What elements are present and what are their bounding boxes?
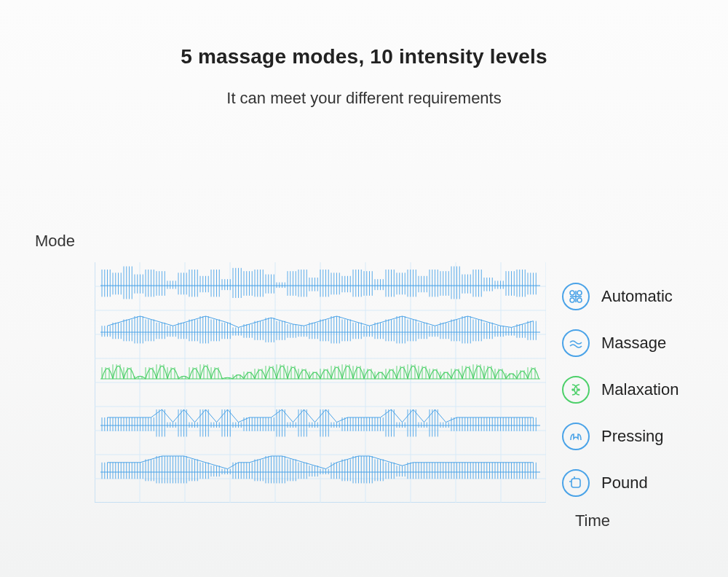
x-axis-label: Time xyxy=(575,511,610,530)
legend-row-pound: Pound xyxy=(562,462,678,504)
svg-point-793 xyxy=(578,389,579,390)
y-axis-label: Mode xyxy=(35,232,75,251)
malaxation-icon xyxy=(562,376,590,404)
pound-icon xyxy=(562,469,590,497)
svg-rect-794 xyxy=(571,479,580,487)
legend-row-automatic: Automatic xyxy=(562,275,678,318)
pressing-icon xyxy=(562,423,590,450)
legend-label: Pound xyxy=(601,474,648,492)
legend-label: Massage xyxy=(601,334,666,353)
legend-label: Pressing xyxy=(601,427,664,446)
legend-label: Automatic xyxy=(601,287,673,306)
waveform-plot xyxy=(95,262,546,503)
legend: Automatic Massage Malaxation Pressing Po… xyxy=(562,275,678,509)
page-title: 5 massage modes, 10 intensity levels xyxy=(0,0,728,68)
svg-point-788 xyxy=(570,298,574,302)
waveforms xyxy=(95,262,546,503)
page-subtitle: It can meet your different requirements xyxy=(0,89,728,108)
legend-row-pressing: Pressing xyxy=(562,415,678,458)
svg-point-792 xyxy=(572,389,574,390)
automatic-icon xyxy=(562,283,590,310)
legend-label: Malaxation xyxy=(601,380,678,399)
svg-point-786 xyxy=(570,291,574,295)
svg-point-787 xyxy=(577,291,582,295)
massage-icon xyxy=(562,329,590,357)
legend-row-massage: Massage xyxy=(562,322,678,364)
legend-row-malaxation: Malaxation xyxy=(562,369,678,411)
svg-point-789 xyxy=(577,298,582,302)
